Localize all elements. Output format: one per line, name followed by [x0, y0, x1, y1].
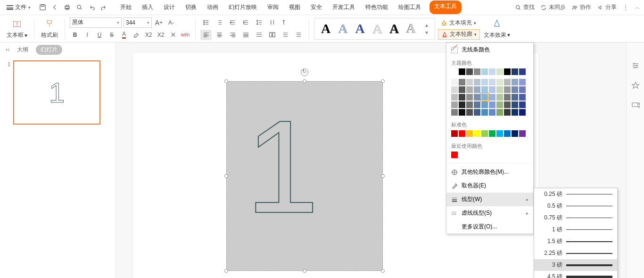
line-weight-option[interactable]: 0.75 磅 [534, 212, 617, 224]
color-swatch[interactable] [519, 101, 526, 108]
color-swatch[interactable] [512, 94, 518, 101]
color-swatch[interactable] [519, 130, 526, 137]
color-swatch[interactable] [451, 130, 458, 137]
color-swatch[interactable] [451, 101, 458, 108]
color-swatch[interactable] [466, 79, 473, 85]
slide-thumbnail-1[interactable]: 1 1 [8, 60, 108, 125]
color-swatch[interactable] [504, 79, 511, 85]
color-swatch[interactable] [489, 130, 495, 137]
print-icon[interactable] [62, 2, 72, 13]
color-swatch[interactable] [504, 101, 511, 108]
style-preview-6[interactable]: A [406, 21, 416, 36]
color-swatch[interactable] [451, 79, 458, 85]
color-swatch[interactable] [459, 101, 465, 108]
undo-icon[interactable] [86, 2, 97, 13]
share-button[interactable]: 分享 [597, 3, 617, 11]
line-spacing-icon[interactable] [253, 17, 264, 28]
columns-icon[interactable] [266, 30, 278, 40]
tab-start[interactable]: 开始 [118, 0, 133, 14]
wordart-styles[interactable]: A A A A A A ▴▾ [314, 18, 435, 40]
sync-status[interactable]: 未同步 [540, 3, 566, 11]
color-swatch[interactable] [459, 130, 465, 137]
line-weight-option[interactable]: 3 磅 [534, 259, 617, 271]
resize-handle[interactable] [224, 79, 228, 83]
align-right-icon[interactable] [227, 30, 238, 40]
align-justify-icon[interactable] [240, 30, 251, 40]
align-text-icon[interactable] [280, 17, 291, 28]
color-swatch[interactable] [481, 130, 488, 137]
preview-icon[interactable] [74, 2, 84, 13]
eyedropper-option[interactable]: 取色器(E) [446, 179, 533, 193]
style-preview-1[interactable]: A [321, 21, 330, 36]
color-swatch[interactable] [504, 109, 511, 116]
text-fill-button[interactable]: 文本填充▾ [438, 18, 480, 28]
color-swatch[interactable] [489, 94, 495, 101]
color-swatch[interactable] [512, 101, 518, 108]
color-swatch[interactable] [481, 94, 488, 101]
line-weight-option[interactable]: 4.5 磅 [534, 271, 617, 278]
underline-icon[interactable]: U [94, 30, 105, 40]
collapse-ribbon-icon[interactable]: ︿ [635, 3, 640, 11]
color-swatch[interactable] [496, 68, 503, 75]
color-swatch[interactable] [466, 68, 473, 75]
color-swatch[interactable] [466, 130, 473, 137]
color-swatch[interactable] [474, 68, 480, 75]
tab-drawing-tools[interactable]: 绘图工具 [396, 0, 423, 14]
color-swatch[interactable] [474, 130, 480, 137]
color-swatch[interactable] [504, 130, 511, 137]
superscript-icon[interactable]: X2 [143, 30, 154, 40]
color-swatch[interactable] [519, 109, 526, 116]
color-swatch[interactable] [496, 86, 503, 93]
dash-type-option[interactable]: 虚线线型(S) ▸ [446, 206, 533, 220]
color-swatch[interactable] [496, 109, 503, 116]
text-outline-button[interactable]: 文本轮廓▾ [438, 29, 480, 40]
color-swatch[interactable] [519, 86, 526, 93]
tab-transition[interactable]: 切换 [183, 0, 198, 14]
slides-tab[interactable]: 幻灯片 [36, 45, 62, 55]
no-line-option[interactable]: 无线条颜色 [446, 43, 533, 57]
style-preview-3[interactable]: A [355, 21, 364, 36]
format-painter-button[interactable]: 格式刷 [39, 18, 60, 39]
color-swatch[interactable] [451, 152, 458, 158]
resize-handle[interactable] [303, 269, 306, 273]
distribute-icon[interactable] [253, 30, 264, 40]
bold-icon[interactable]: B [70, 30, 80, 40]
color-swatch[interactable] [496, 94, 503, 101]
decrease-font-icon[interactable]: A- [166, 17, 176, 28]
color-swatch[interactable] [519, 79, 526, 85]
color-swatch[interactable] [481, 101, 488, 108]
numbering-icon[interactable] [214, 17, 225, 28]
color-swatch[interactable] [512, 130, 518, 137]
color-swatch[interactable] [451, 94, 458, 101]
tab-insert[interactable]: 插入 [140, 0, 155, 14]
subscript-icon[interactable]: X2 [156, 30, 166, 40]
color-swatch[interactable] [466, 109, 473, 116]
selected-textbox[interactable]: 1 [226, 81, 383, 271]
tab-devtools[interactable]: 开发工具 [330, 0, 357, 14]
align-left-icon[interactable] [200, 30, 212, 40]
color-swatch[interactable] [512, 86, 518, 93]
color-swatch[interactable] [474, 79, 480, 85]
styles-more-icon[interactable]: ▴▾ [425, 21, 428, 36]
color-swatch[interactable] [466, 94, 473, 101]
more-icon[interactable]: ⋮ [622, 4, 629, 11]
color-swatch[interactable] [481, 109, 488, 116]
color-swatch[interactable] [504, 68, 511, 75]
align-center-icon[interactable] [214, 30, 225, 40]
color-swatch[interactable] [451, 86, 458, 93]
line-weight-option[interactable]: 0.25 磅 [534, 188, 617, 200]
line-weight-option[interactable]: 0.5 磅 [534, 200, 617, 212]
back-arrow-icon[interactable] [50, 2, 60, 13]
color-swatch[interactable] [496, 79, 503, 85]
tab-design[interactable]: 设计 [162, 0, 177, 14]
style-preview-5[interactable]: A [389, 21, 399, 36]
color-swatch[interactable] [496, 101, 503, 108]
screen-icon[interactable] [631, 101, 640, 110]
color-swatch[interactable] [489, 68, 495, 75]
star-icon[interactable] [631, 81, 640, 90]
color-swatch[interactable] [504, 94, 511, 101]
resize-handle[interactable] [381, 79, 385, 83]
indent-right-icon[interactable] [293, 30, 304, 40]
save-icon[interactable] [37, 2, 48, 13]
color-swatch[interactable] [512, 109, 518, 116]
